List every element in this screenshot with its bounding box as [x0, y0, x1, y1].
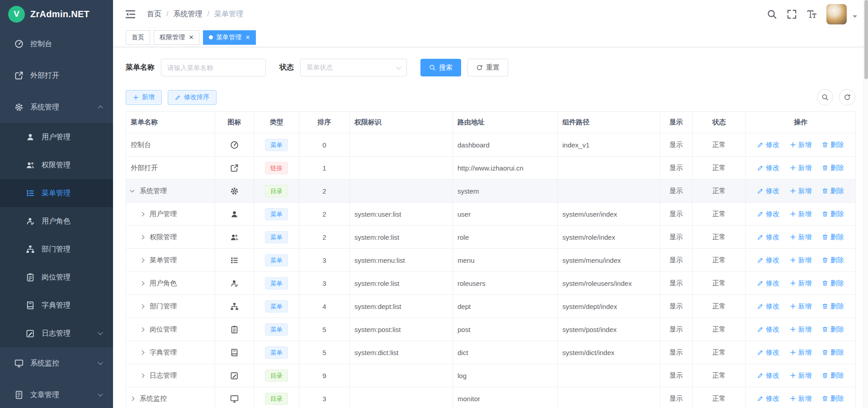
add-link[interactable]: 新增 — [790, 348, 812, 357]
expand-icon[interactable] — [130, 396, 135, 401]
edit-link[interactable]: 修改 — [757, 233, 779, 242]
search-button[interactable]: 搜索 — [420, 59, 461, 76]
sidebar-item-post-mgmt[interactable]: 岗位管理 — [0, 263, 113, 291]
expand-icon[interactable] — [140, 373, 145, 378]
sidebar-item-system[interactable]: 系统管理 — [0, 91, 113, 123]
table-row[interactable]: 菜单管理 菜单 3 system:menu:list menu system/m… — [126, 249, 856, 272]
search-icon[interactable] — [767, 9, 777, 19]
expand-icon[interactable] — [140, 327, 145, 332]
edit-link[interactable]: 修改 — [757, 210, 779, 218]
font-size-icon[interactable] — [807, 9, 817, 19]
table-row[interactable]: 部门管理 菜单 4 system:dept:list dept system/d… — [126, 295, 856, 318]
add-link[interactable]: 新增 — [790, 394, 812, 403]
expand-icon[interactable] — [140, 212, 145, 216]
breadcrumb-item[interactable]: 首页 — [147, 9, 161, 19]
table-row[interactable]: 系统管理 目录 2 system 显示 正常 修改 新增 删除 — [126, 180, 856, 203]
delete-link[interactable]: 删除 — [822, 187, 844, 195]
table-row[interactable]: 日志管理 目录 9 log 显示 正常 修改 新增 删除 — [126, 364, 856, 387]
column-header[interactable]: 排序 — [299, 112, 350, 133]
expand-icon[interactable] — [140, 258, 145, 262]
edit-link[interactable]: 修改 — [757, 325, 779, 334]
sidebar-item-dict-mgmt[interactable]: 字典管理 — [0, 291, 113, 319]
tab-role-mgmt[interactable]: 权限管理× — [154, 30, 199, 45]
column-header[interactable]: 权限标识 — [350, 112, 453, 133]
reset-button[interactable]: 重置 — [467, 59, 508, 76]
close-icon[interactable]: × — [245, 33, 250, 41]
edit-link[interactable]: 修改 — [757, 187, 779, 195]
expand-icon[interactable] — [140, 281, 145, 285]
add-link[interactable]: 新增 — [790, 210, 812, 218]
logo[interactable]: V ZrAdmin.NET — [0, 0, 113, 28]
column-header[interactable]: 类型 — [254, 112, 299, 133]
expand-icon[interactable] — [140, 304, 145, 308]
delete-link[interactable]: 删除 — [822, 302, 844, 311]
add-link[interactable]: 新增 — [790, 325, 812, 334]
expand-icon[interactable] — [140, 235, 145, 239]
delete-link[interactable]: 删除 — [822, 348, 844, 357]
edit-link[interactable]: 修改 — [757, 394, 779, 403]
edit-link[interactable]: 修改 — [757, 302, 779, 311]
sidebar-item-article[interactable]: 文章管理 — [0, 379, 113, 408]
sidebar-item-dept-mgmt[interactable]: 部门管理 — [0, 235, 113, 263]
edit-link[interactable]: 修改 — [757, 279, 779, 288]
sidebar-item-monitor[interactable]: 系统监控 — [0, 347, 113, 379]
table-row[interactable]: 用户角色 菜单 3 system:role:list roleusers sys… — [126, 272, 856, 295]
delete-link[interactable]: 删除 — [822, 256, 844, 265]
add-link[interactable]: 新增 — [790, 302, 812, 311]
table-row[interactable]: 系统监控 目录 3 monitor 显示 正常 修改 新增 删除 — [126, 387, 856, 408]
column-header[interactable]: 状态 — [693, 112, 746, 133]
delete-link[interactable]: 删除 — [822, 371, 844, 380]
delete-link[interactable]: 删除 — [822, 394, 844, 403]
add-link[interactable]: 新增 — [790, 233, 812, 242]
menu-fold-icon[interactable] — [125, 9, 136, 20]
user-avatar[interactable] — [826, 4, 847, 24]
close-icon[interactable]: × — [189, 33, 193, 41]
edit-link[interactable]: 修改 — [757, 371, 779, 380]
caret-down-icon[interactable] — [853, 15, 857, 20]
scrollbar-thumb[interactable] — [864, 0, 868, 79]
breadcrumb-item[interactable]: 系统管理 — [173, 9, 202, 19]
column-header[interactable]: 显示 — [660, 112, 693, 133]
delete-link[interactable]: 删除 — [822, 164, 844, 172]
table-row[interactable]: 权限管理 菜单 2 system:role:list role system/r… — [126, 226, 856, 249]
table-row[interactable]: 用户管理 菜单 2 system:user:list user system/u… — [126, 203, 856, 226]
sidebar-item-external-open[interactable]: 外部打开 — [0, 60, 113, 91]
delete-link[interactable]: 删除 — [822, 233, 844, 242]
sidebar-item-dashboard[interactable]: 控制台 — [0, 28, 113, 60]
table-row[interactable]: 字典管理 菜单 5 system:dict:list dict system/d… — [126, 341, 856, 364]
add-link[interactable]: 新增 — [790, 371, 812, 380]
column-header[interactable]: 菜单名称 — [126, 112, 215, 133]
refresh-table-button[interactable] — [839, 89, 855, 105]
expand-icon[interactable] — [140, 350, 145, 355]
delete-link[interactable]: 删除 — [822, 325, 844, 334]
sort-edit-button[interactable]: 修改排序 — [168, 90, 217, 105]
edit-link[interactable]: 修改 — [757, 141, 779, 149]
tab-home[interactable]: 首页 — [126, 30, 150, 45]
delete-link[interactable]: 删除 — [822, 210, 844, 218]
add-link[interactable]: 新增 — [790, 279, 812, 288]
column-header[interactable]: 图标 — [215, 112, 254, 133]
table-row[interactable]: 岗位管理 菜单 5 system:post:list post system/p… — [126, 318, 856, 341]
table-row[interactable]: 控制台 菜单 0 dashboard index_v1 显示 正常 修改 新增 … — [126, 133, 856, 157]
edit-link[interactable]: 修改 — [757, 256, 779, 265]
column-header[interactable]: 组件路径 — [558, 112, 660, 133]
delete-link[interactable]: 删除 — [822, 141, 844, 149]
scrollbar[interactable] — [863, 0, 868, 408]
column-header[interactable]: 操作 — [746, 112, 856, 133]
sidebar-item-role-mgmt[interactable]: 权限管理 — [0, 151, 113, 179]
add-link[interactable]: 新增 — [790, 164, 812, 172]
toggle-search-button[interactable] — [817, 89, 833, 105]
status-select[interactable]: 菜单状态 — [300, 59, 407, 76]
add-link[interactable]: 新增 — [790, 256, 812, 265]
edit-link[interactable]: 修改 — [757, 164, 779, 172]
column-header[interactable]: 路由地址 — [453, 112, 558, 133]
menu-name-input[interactable] — [161, 59, 266, 76]
sidebar-item-user-role[interactable]: 用户角色 — [0, 207, 113, 235]
sidebar-item-log-mgmt[interactable]: 日志管理 — [0, 319, 113, 347]
tab-menu-mgmt[interactable]: 菜单管理× — [203, 30, 256, 45]
collapse-icon[interactable] — [130, 188, 135, 193]
sidebar-item-menu-mgmt[interactable]: 菜单管理 — [0, 179, 113, 207]
edit-link[interactable]: 修改 — [757, 348, 779, 357]
table-row[interactable]: 外部打开 链接 1 http://www.izhaorui.cn 显示 正常 修… — [126, 157, 856, 180]
sidebar-item-user-mgmt[interactable]: 用户管理 — [0, 123, 113, 151]
